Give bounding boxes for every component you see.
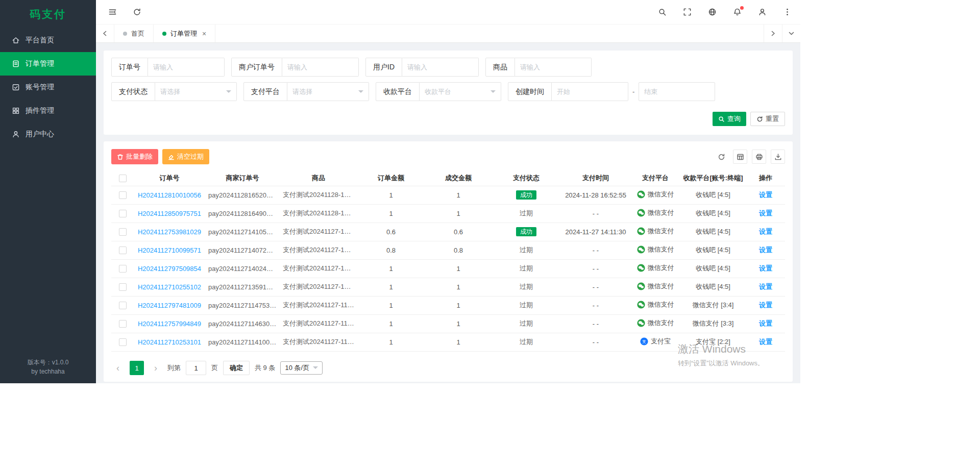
sidebar-item-accounts[interactable]: 账号管理 [0, 76, 96, 99]
next-page-button[interactable]: › [149, 361, 162, 375]
table-tool-icons [714, 150, 785, 164]
sidebar-item-plugins[interactable]: 插件管理 [0, 99, 96, 122]
alipay-icon: 支 [640, 337, 648, 345]
export-icon[interactable] [771, 150, 785, 164]
fullscreen-icon[interactable] [682, 7, 692, 17]
tab-home[interactable]: 首页 [114, 24, 154, 42]
search-icon[interactable] [657, 7, 667, 17]
status-text: 过期 [520, 283, 533, 290]
wechat-pay-icon [637, 282, 645, 290]
current-page-button[interactable]: 1 [130, 361, 144, 375]
row-setting-link[interactable]: 设置 [759, 319, 772, 327]
product-label: 商品 [485, 58, 515, 77]
prev-page-button[interactable]: ‹ [111, 361, 125, 375]
tab-scroll-right-button[interactable] [764, 24, 782, 42]
platform-name: 微信支付 [648, 245, 674, 254]
page-size-select[interactable]: 10 条/页 [280, 361, 323, 375]
tab-label: 订单管理 [170, 29, 197, 38]
order-no-link[interactable]: H2024112810010056 [138, 191, 201, 199]
query-button[interactable]: 查询 [713, 112, 746, 126]
confirm-page-button[interactable]: 确定 [223, 361, 250, 375]
tab-menu-button[interactable] [782, 24, 800, 42]
wechat-pay-icon [637, 227, 645, 235]
goto-page-input[interactable] [186, 361, 206, 375]
print-icon[interactable] [752, 150, 766, 164]
deal-amount: 1 [425, 278, 492, 296]
product-name: 支付测试20241128-164... [280, 204, 357, 223]
wechat-pay-icon [637, 301, 645, 309]
status-text: 过期 [520, 246, 533, 254]
columns-icon[interactable] [733, 150, 747, 164]
language-globe-icon[interactable] [707, 7, 717, 17]
user-avatar-icon[interactable] [757, 7, 767, 17]
wechat-pay-icon [637, 209, 645, 217]
merchant-order-no-input[interactable] [282, 58, 359, 77]
row-setting-link[interactable]: 设置 [759, 264, 772, 272]
select-all-checkbox[interactable] [119, 175, 127, 182]
receiver-platform: 收钱吧 [4:5] [680, 186, 746, 204]
wechat-pay-icon [637, 319, 645, 327]
tab-scroll-left-button[interactable] [96, 24, 114, 42]
recv-platform-select[interactable]: 收款平台 [420, 82, 501, 101]
orders-table-wrap: 订单号商家订单号商品订单金额成交金额支付状态支付时间支付平台收款平台[账号:终端… [104, 170, 793, 352]
order-no-link[interactable]: H2024112850975751 [138, 210, 201, 217]
order-no-link[interactable]: H2024112753981029 [138, 228, 201, 236]
collapse-sidebar-icon[interactable] [107, 7, 117, 17]
order-no-link[interactable]: H2024112757994849 [138, 320, 201, 328]
row-checkbox[interactable] [119, 320, 127, 328]
product-name: 支付测试20241127-114... [280, 314, 357, 333]
refresh-page-icon[interactable] [132, 7, 142, 17]
row-setting-link[interactable]: 设置 [759, 283, 772, 290]
row-setting-link[interactable]: 设置 [759, 191, 772, 199]
order-no-link[interactable]: H2024112710253101 [138, 338, 201, 346]
order-amount: 1 [357, 333, 425, 351]
row-checkbox[interactable] [119, 191, 127, 199]
clear-expired-button[interactable]: 清空过期 [162, 149, 209, 164]
order-amount: 1 [357, 204, 425, 223]
row-checkbox[interactable] [119, 338, 127, 346]
goto-prefix-label: 到第 [167, 363, 181, 373]
row-setting-link[interactable]: 设置 [759, 338, 772, 345]
refresh-table-icon[interactable] [714, 150, 728, 164]
row-checkbox[interactable] [119, 302, 127, 309]
order-no-link[interactable]: H2024112710255102 [138, 283, 201, 291]
order-no-link[interactable]: H2024112710099571 [138, 246, 201, 254]
merchant-order-no-label: 商户订单号 [231, 58, 282, 77]
row-checkbox[interactable] [119, 210, 127, 217]
top-bar [96, 0, 800, 24]
row-checkbox[interactable] [119, 265, 127, 273]
merchant-order-no: pay202411271141009023 [205, 333, 280, 351]
sidebar-item-user-center[interactable]: 用户中心 [0, 122, 96, 146]
create-time-label: 创建时间 [508, 82, 552, 101]
merchant-order-no: pay2024112816490225... [205, 204, 280, 223]
tab-list: 首页订单管理× [114, 24, 215, 42]
row-checkbox[interactable] [119, 246, 127, 254]
tab-orders[interactable]: 订单管理× [154, 24, 215, 42]
order-no-link[interactable]: H2024112797481009 [138, 302, 201, 309]
row-setting-link[interactable]: 设置 [759, 228, 772, 235]
plugin-icon [12, 107, 20, 115]
pay-platform-select[interactable]: 请选择 [287, 82, 369, 101]
more-options-icon[interactable] [782, 7, 792, 17]
pay-status-select[interactable]: 请选择 [155, 82, 237, 101]
row-setting-link[interactable]: 设置 [759, 246, 772, 254]
sidebar-item-orders[interactable]: 订单管理 [0, 52, 96, 76]
order-no-input[interactable] [148, 58, 225, 77]
product-input[interactable] [515, 58, 592, 77]
user-id-input[interactable] [402, 58, 479, 77]
create-time-start-input[interactable] [552, 82, 628, 101]
row-checkbox[interactable] [119, 283, 127, 291]
create-time-end-input[interactable] [639, 82, 715, 101]
reset-button[interactable]: 重置 [750, 112, 785, 126]
trash-icon [117, 154, 124, 160]
merchant-order-no: pay202411271146303259 [205, 314, 280, 333]
notification-bell-icon[interactable] [732, 7, 742, 17]
order-no-link[interactable]: H2024112797509854 [138, 265, 201, 273]
row-setting-link[interactable]: 设置 [759, 301, 772, 309]
sidebar-item-home[interactable]: 平台首页 [0, 29, 96, 52]
tab-close-icon[interactable]: × [202, 30, 206, 38]
batch-delete-button[interactable]: 批量删除 [111, 149, 158, 164]
order-amount: 1 [357, 259, 425, 278]
row-checkbox[interactable] [119, 228, 127, 236]
row-setting-link[interactable]: 设置 [759, 209, 772, 217]
